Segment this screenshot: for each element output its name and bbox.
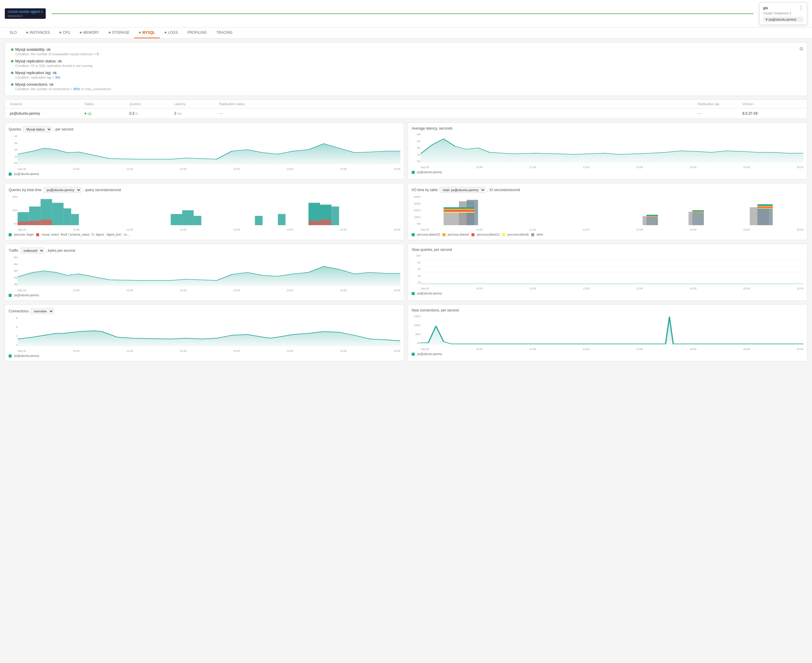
alert-connections-link[interactable]: 90% xyxy=(73,87,80,91)
chart-queries-legend: ps@ubuntu-jammy xyxy=(9,172,400,176)
chart-io-time-subtitle: , IO seconds/second xyxy=(487,188,520,192)
tab-profiling-label: PROFILING xyxy=(187,31,207,35)
cell-replication-lag: — xyxy=(697,112,742,116)
svg-rect-25 xyxy=(444,212,474,213)
tab-slo[interactable]: SLO xyxy=(5,27,21,38)
chart-slow-queries-inner xyxy=(421,254,803,284)
tab-memory[interactable]: MEMORY xyxy=(75,27,104,38)
tab-mysql-dot xyxy=(139,32,141,34)
col-replication-lag: Replication lag xyxy=(697,102,742,106)
table-row: ps@ubuntu-jammy up 0.3 /s 2 ms — — 8.0.3… xyxy=(5,108,807,118)
chart-traffic-xaxis: Sep 0510:0011:0012:0013:0014:0015:0016:0… xyxy=(18,289,400,292)
chart-queries-total-legend: percona: begin mysql: select `ifnull`(`s… xyxy=(9,233,400,236)
tab-memory-label: MEMORY xyxy=(83,31,99,35)
tab-tracing-label: TRACING xyxy=(216,31,233,35)
legend-box-io3 xyxy=(471,233,474,236)
svg-rect-9 xyxy=(255,216,263,225)
tab-cpu-label: CPU xyxy=(63,31,70,35)
tab-logs-dot xyxy=(165,32,167,34)
chart-avg-latency-inner xyxy=(421,133,803,163)
tab-profiling[interactable]: PROFILING xyxy=(183,27,212,38)
alert-availability-link[interactable]: 0 xyxy=(97,52,99,56)
alert-replication-lag-link[interactable]: 30s xyxy=(55,76,60,79)
chart-io-time-dropdown[interactable]: total: ps@ubuntu-jammy xyxy=(440,187,485,193)
tab-instances[interactable]: INSTANCES xyxy=(21,27,55,38)
tab-mysql[interactable]: MYSQL xyxy=(134,27,160,38)
chart-io-time-yaxis: 400m300m200m100m0m xyxy=(412,195,421,225)
alert-replication-status-dot xyxy=(11,60,13,62)
chart-slow-queries-label: Slow queries, per second xyxy=(412,247,452,252)
chart-connections-dropdown[interactable]: overview xyxy=(31,308,54,314)
chart-connections-area: 6420 Sep 0510:0011:0012:0013:0014:0015:0… xyxy=(9,317,400,353)
chart-queries-total-yaxis: 40m20m0m xyxy=(9,195,18,225)
chart-queries-subtitle: , per second xyxy=(53,127,73,131)
chart-connections-xaxis: Sep 0510:0011:0012:0013:0014:0015:0016:0… xyxy=(18,349,400,353)
chart-slow-queries-xaxis: Sep 0510:0011:0012:0013:0014:0015:0016:0… xyxy=(421,287,803,290)
charts-grid: Queries Mysql status , per second 4K3K2K… xyxy=(5,123,807,361)
gear-icon[interactable]: ⚙ xyxy=(799,46,803,52)
svg-rect-13 xyxy=(331,207,339,225)
chart-connections-title: Connections overview xyxy=(9,308,400,314)
legend-box-al xyxy=(412,171,415,174)
svg-rect-32 xyxy=(692,210,704,212)
chart-queries-label: Queries xyxy=(9,127,21,131)
tab-tracing[interactable]: TRACING xyxy=(212,27,237,38)
tab-logs[interactable]: LOGS xyxy=(160,27,183,38)
chart-traffic-dropdown[interactable]: outbound xyxy=(20,247,44,254)
instance-chip[interactable]: ps@ubuntu-jammy xyxy=(763,17,803,22)
chart-slow-queries: Slow queries, per second 10080604020 Sep… xyxy=(408,244,807,301)
svg-rect-3 xyxy=(52,203,63,225)
top-bar: coroot-cluster-agent-1 instances:1 ps ⋮ … xyxy=(0,0,812,27)
instance-status-dot xyxy=(766,18,767,20)
chart-io-time: I/O time by table total: ps@ubuntu-jammy… xyxy=(408,183,807,240)
legend-label-io4: percona:sbtest6 xyxy=(508,233,529,236)
chart-connections-svg xyxy=(18,317,400,346)
tab-storage[interactable]: STORAGE xyxy=(104,27,134,38)
svg-rect-8 xyxy=(194,216,201,225)
legend-label-io1: percona:sbtest10 xyxy=(417,233,440,236)
svg-rect-28 xyxy=(647,215,658,216)
svg-rect-6 xyxy=(171,214,182,225)
tab-cpu[interactable]: CPU xyxy=(55,27,75,38)
chart-connections-label: Connections xyxy=(9,309,29,313)
chart-io-time-xaxis: Sep 0510:0011:0012:0013:0014:0015:0016:0… xyxy=(421,228,803,231)
chart-new-connections-area: 150m100m50m0m Sep 0510:0011:0012:0013:00… xyxy=(412,315,803,351)
chart-avg-latency-title: Average latency, seconds xyxy=(412,126,803,131)
legend-label-tr: ps@ubuntu-jammy xyxy=(14,294,39,297)
legend-box-nc xyxy=(412,353,415,356)
cluster-badge[interactable]: coroot-cluster-agent-1 instances:1 xyxy=(5,8,46,19)
chart-queries-dropdown[interactable]: Mysql status xyxy=(23,126,52,132)
chart-queries-total-xaxis: Sep 0510:0011:0012:0013:0014:0015:0016:0… xyxy=(18,228,400,231)
chart-io-time-label: I/O time by table xyxy=(412,188,438,192)
svg-rect-14 xyxy=(18,222,29,225)
alerts-section: ⚙ Mysql availability: ok Condition: the … xyxy=(5,42,807,96)
legend-box-co xyxy=(9,354,12,357)
chart-queries-total-dropdown[interactable]: ps@ubuntu-jammy xyxy=(43,187,81,193)
legend-box-io4 xyxy=(502,233,505,236)
chart-connections-yaxis: 6420 xyxy=(9,317,18,346)
alert-replication-lag-label: Mysql replication lag: ok xyxy=(15,71,57,75)
chart-traffic-yaxis: 8M6M4M2M0M xyxy=(9,256,18,286)
legend-box-io5 xyxy=(531,233,534,236)
svg-rect-37 xyxy=(757,206,773,207)
chart-new-connections-title: New connections, per second xyxy=(412,308,803,312)
svg-rect-17 xyxy=(309,221,320,225)
popup-subtitle: mysql / instances:1 xyxy=(763,11,803,15)
popup-menu-icon[interactable]: ⋮ xyxy=(799,5,803,11)
alert-replication-status-label: Mysql replication status: ok xyxy=(15,59,62,63)
nav-tabs: SLO INSTANCES CPU MEMORY STORAGE MYSQL L… xyxy=(0,27,812,39)
col-status: Status xyxy=(84,102,129,106)
svg-rect-36 xyxy=(757,204,773,206)
cluster-name: coroot-cluster-agent-1 xyxy=(8,10,43,14)
legend-label-nc: ps@ubuntu-jammy xyxy=(417,353,442,356)
chart-new-connections-xaxis: Sep 0510:0011:0012:0013:0014:0015:0016:0… xyxy=(421,348,803,351)
legend-box-io1 xyxy=(412,233,415,236)
chart-avg-latency-svg xyxy=(421,133,803,163)
cell-replication-status: — xyxy=(219,112,697,116)
svg-rect-4 xyxy=(64,209,71,225)
alert-replication-lag-dot xyxy=(11,72,13,74)
svg-rect-10 xyxy=(278,214,286,225)
chart-new-connections-label: New connections, per second xyxy=(412,308,459,312)
chart-queries: Queries Mysql status , per second 4K3K2K… xyxy=(5,123,404,179)
chart-queries-svg xyxy=(18,135,400,165)
